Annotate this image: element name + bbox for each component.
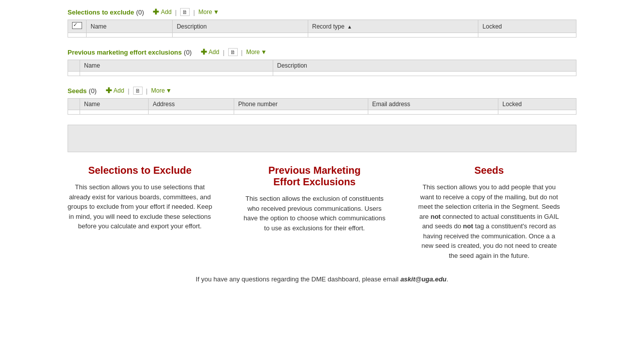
selections-more-label: More (199, 9, 212, 16)
previous-marketing-add-label: Add (209, 49, 219, 56)
selections-to-exclude-table: Name Description Record type ▲ Locked (68, 20, 576, 38)
empty-desc (173, 33, 308, 38)
info-panel-selections-title: Selections to Exclude (68, 165, 212, 176)
seeds-not-bold-2: not (463, 222, 473, 230)
seeds-more-button[interactable]: More ▼ (151, 87, 172, 94)
seeds-export-icon: 🗎 (135, 88, 141, 94)
previous-marketing-more-label: More (246, 49, 260, 56)
sep2: | (175, 9, 177, 16)
selections-to-exclude-count: (0) (136, 9, 144, 16)
seeds-add-button[interactable]: ✚ Add (106, 86, 124, 95)
footer-text: If you have any questions regarding the … (196, 275, 400, 283)
pm-more-chevron-icon: ▼ (261, 49, 267, 56)
seeds-col-header-name: Name (80, 99, 149, 110)
col-header-recordtype[interactable]: Record type ▲ (308, 20, 478, 33)
info-panels: Selections to Exclude This section allow… (68, 165, 576, 260)
info-panel-previous-marketing: Previous MarketingEffort Exclusions This… (227, 165, 402, 260)
table-row (68, 110, 576, 115)
pm-empty-cb (68, 72, 80, 76)
seeds-empty-name (80, 110, 149, 115)
sort-asc-icon: ▲ (347, 24, 352, 30)
info-panel-selections-text: This section allows you to use selection… (68, 182, 212, 231)
empty-name (87, 33, 173, 38)
previous-marketing-more-button[interactable]: More ▼ (246, 49, 267, 56)
pm-empty-desc (273, 72, 576, 76)
add-plus-icon: ✚ (153, 8, 159, 17)
seeds-col-header-phone: Phone number (234, 99, 368, 110)
info-panel-seeds-text: This section allows you to add people th… (417, 182, 561, 260)
more-chevron-icon: ▼ (213, 9, 219, 16)
selections-to-exclude-title: Selections to exclude (68, 9, 134, 16)
seeds-add-label: Add (114, 87, 124, 94)
seeds-col-header-address: Address (149, 99, 234, 110)
sep5: | (223, 49, 224, 56)
seeds-title: Seeds (68, 87, 87, 95)
header-checkbox[interactable] (72, 22, 82, 29)
seeds-section: Seeds (0) ✚ Add | 🗎 | More ▼ Name (68, 86, 576, 115)
sep6: | (241, 49, 243, 56)
sep9: | (146, 87, 148, 95)
seeds-col-header-locked: Locked (498, 99, 576, 110)
pm-col-header-checkbox (68, 60, 80, 72)
seeds-col-header-email: Email address (368, 99, 498, 110)
footer-period: . (446, 275, 448, 283)
seeds-empty-cb (68, 110, 80, 115)
seeds-export-button[interactable]: 🗎 (133, 87, 143, 95)
seeds-empty-locked (498, 110, 576, 115)
seeds-empty-address (149, 110, 234, 115)
previous-marketing-title: Previous marketing effort exclusions (68, 49, 182, 56)
seeds-count: (0) (89, 87, 97, 95)
selections-more-button[interactable]: More ▼ (199, 9, 219, 16)
info-panel-previous-marketing-title: Previous MarketingEffort Exclusions (242, 165, 387, 188)
info-panel-selections: Selections to Exclude This section allow… (68, 165, 227, 260)
gray-bar (68, 125, 576, 152)
col-header-description: Description (173, 20, 308, 33)
sep7 (100, 87, 102, 95)
export-icon: 🗎 (182, 9, 188, 15)
seeds-more-label: More (151, 87, 165, 94)
pm-export-icon: 🗎 (230, 49, 236, 55)
previous-marketing-count: (0) (184, 49, 192, 56)
footer-email: askit@uga.edu (400, 275, 446, 283)
footer: If you have any questions regarding the … (68, 275, 576, 283)
info-panel-seeds: Seeds This section allows you to add peo… (402, 165, 576, 260)
sep3: | (193, 9, 195, 16)
table-row (68, 72, 576, 76)
seeds-empty-phone (234, 110, 368, 115)
empty-rectype (308, 33, 478, 38)
previous-marketing-section: Previous marketing effort exclusions (0)… (68, 48, 576, 76)
seeds-empty-email (368, 110, 498, 115)
table-row (68, 33, 576, 38)
selections-to-exclude-header: Selections to exclude (0) ✚ Add | 🗎 | Mo… (68, 8, 576, 17)
seeds-header: Seeds (0) ✚ Add | 🗎 | More ▼ (68, 86, 576, 95)
selections-to-exclude-section: Selections to exclude (0) ✚ Add | 🗎 | Mo… (68, 8, 576, 38)
col-header-locked: Locked (478, 20, 576, 33)
pm-col-header-description: Description (273, 60, 576, 72)
selections-add-label: Add (161, 9, 171, 16)
seeds-not-bold-1: not (430, 213, 440, 220)
pm-empty-name (80, 72, 273, 76)
sep1 (148, 9, 150, 16)
pm-add-plus-icon: ✚ (201, 48, 207, 57)
col-header-name: Name (87, 20, 173, 33)
info-panel-previous-marketing-text: This section allows the exclusion of con… (242, 194, 387, 233)
selections-export-button[interactable]: 🗎 (180, 8, 190, 16)
col-header-checkbox (68, 20, 87, 33)
info-panel-seeds-title: Seeds (417, 165, 561, 176)
seeds-col-header-checkbox (68, 99, 80, 110)
main-container: Selections to exclude (0) ✚ Add | 🗎 | Mo… (0, 0, 644, 290)
seeds-table: Name Address Phone number Email address … (68, 98, 576, 115)
seeds-add-plus-icon: ✚ (106, 86, 112, 95)
seeds-more-chevron-icon: ▼ (166, 87, 172, 94)
sep4 (195, 49, 197, 56)
previous-marketing-export-button[interactable]: 🗎 (228, 48, 238, 56)
empty-locked (478, 33, 576, 38)
previous-marketing-table: Name Description (68, 60, 576, 76)
empty-cb (68, 33, 87, 38)
previous-marketing-header: Previous marketing effort exclusions (0)… (68, 48, 576, 57)
pm-col-header-name: Name (80, 60, 273, 72)
sep8: | (128, 87, 129, 95)
selections-add-button[interactable]: ✚ Add (153, 8, 171, 17)
previous-marketing-add-button[interactable]: ✚ Add (201, 48, 219, 57)
